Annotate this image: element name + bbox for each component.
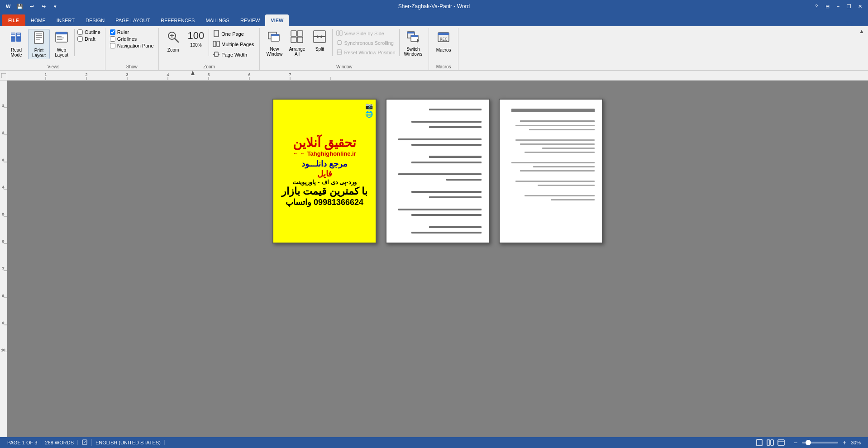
outline-check[interactable]: Outline: [76, 29, 101, 35]
switch-windows-btn[interactable]: SwitchWindows: [401, 29, 425, 57]
p3-l5: [520, 143, 595, 145]
svg-rect-100: [767, 440, 770, 445]
proofing-icon[interactable]: ✓: [78, 439, 92, 446]
zoom-slider-thumb[interactable]: [806, 440, 811, 445]
tab-page-layout[interactable]: PAGE LAYOUT: [110, 14, 155, 26]
help-btn[interactable]: ?: [812, 2, 821, 11]
window-title: Sher-Zaghak-Va-Panir - Word: [398, 3, 470, 10]
title-bar-controls: ? ⊟ − ❐ ✕: [812, 2, 864, 11]
zoom-slider[interactable]: [802, 442, 838, 443]
ribbon: ReadMode PrintLayout WebLayout Outline: [0, 26, 868, 71]
tab-design[interactable]: DESIGN: [80, 14, 110, 26]
print-layout-status-btn[interactable]: [755, 438, 764, 447]
ribbon-display-options[interactable]: ⊟: [823, 2, 832, 11]
svg-rect-25: [214, 30, 219, 37]
restore-btn[interactable]: ❐: [844, 2, 854, 11]
tab-review[interactable]: REVIEW: [235, 14, 265, 26]
draft-check[interactable]: Draft: [76, 36, 101, 42]
p3-l12: [538, 185, 595, 186]
zoom-out-btn[interactable]: −: [791, 438, 800, 447]
web-layout-btn[interactable]: WebLayout: [51, 29, 72, 58]
page1-content: 📷 🌐 تحقیق آنلاین ← ← Tahghighonline.ir م…: [273, 100, 376, 243]
zoom-group-content: Zoom 100 100% One Page Multiple: [162, 28, 256, 64]
ruler-checkbox[interactable]: [110, 29, 115, 35]
document-area: 1 2 3 4 5 6 7 8 9 10 📷 🌐 تحقیق: [0, 81, 868, 437]
svg-rect-57: [438, 34, 449, 35]
page1-subtitle: مرجع دانلـــود: [301, 159, 348, 169]
svg-text:4: 4: [2, 185, 5, 189]
p3-gap2: [507, 156, 595, 159]
svg-rect-36: [291, 31, 296, 36]
minimize-btn[interactable]: −: [834, 2, 843, 11]
nav-pane-checkbox[interactable]: [110, 43, 115, 48]
view-side-by-side-btn[interactable]: View Side by Side: [334, 29, 397, 38]
p3-l8: [511, 162, 595, 163]
nav-pane-check[interactable]: Navigation Pane: [109, 43, 155, 49]
collapse-ribbon-btn[interactable]: ▲: [859, 28, 864, 34]
tab-home[interactable]: HOME: [25, 14, 51, 26]
svg-rect-47: [340, 31, 342, 35]
zoom-percent-label: 30%: [851, 440, 864, 445]
sign-in-btn[interactable]: Sign in: [841, 20, 868, 26]
ruler-check[interactable]: Ruler: [109, 29, 155, 35]
sync-scroll-btn[interactable]: Synchronous Scrolling: [334, 38, 397, 48]
reset-window-label: Reset Window Position: [344, 50, 395, 55]
macros-btn[interactable]: REC Macros: [433, 29, 454, 53]
zoom-btn[interactable]: Zoom: [162, 29, 184, 53]
gridlines-checkbox[interactable]: [110, 36, 115, 42]
window-sep: [332, 29, 333, 56]
undo-qat-btn[interactable]: ↩: [27, 2, 36, 11]
zoom-in-btn[interactable]: +: [840, 438, 849, 447]
full-reading-status-btn[interactable]: [766, 438, 775, 447]
svg-rect-17: [56, 33, 67, 34]
svg-text:6: 6: [2, 239, 5, 243]
svg-text:W: W: [6, 4, 11, 9]
close-btn[interactable]: ✕: [855, 2, 864, 11]
tab-file[interactable]: FILE: [2, 14, 25, 26]
macros-group-label: Macros: [436, 64, 451, 70]
tab-insert[interactable]: INSERT: [51, 14, 80, 26]
tab-references[interactable]: REFERENCES: [155, 14, 200, 26]
language[interactable]: ENGLISH (UNITED STATES): [92, 440, 165, 445]
ruler-corner: [0, 71, 7, 80]
page2-line12: [398, 209, 482, 210]
macros-icon: REC: [436, 30, 451, 47]
page-width-btn[interactable]: Page Width: [211, 50, 256, 60]
web-layout-status-btn[interactable]: [777, 438, 786, 447]
svg-rect-37: [297, 31, 303, 36]
multiple-pages-btn[interactable]: Multiple Pages: [211, 39, 256, 49]
draft-checkbox[interactable]: [77, 36, 83, 42]
one-page-btn[interactable]: One Page: [211, 29, 256, 39]
customize-qat-btn[interactable]: ▾: [51, 2, 60, 11]
new-window-label: NewWindow: [267, 47, 283, 57]
social-icon2: 🌐: [365, 110, 373, 118]
svg-rect-9: [17, 37, 20, 37]
reset-window-btn[interactable]: Reset Window Position: [334, 48, 397, 57]
zoom100-btn[interactable]: 100 100%: [185, 29, 207, 48]
show-label: Show: [126, 64, 138, 70]
window-group-content: NewWindow ArrangeAll Split: [263, 28, 425, 64]
p3-title: [511, 109, 595, 112]
read-mode-btn[interactable]: ReadMode: [5, 29, 27, 58]
page-info: PAGE 1 OF 3: [4, 440, 41, 445]
switch-windows-label: SwitchWindows: [404, 47, 423, 57]
zoom-icon: [166, 30, 181, 47]
print-layout-btn[interactable]: PrintLayout: [28, 29, 50, 59]
svg-text:REC: REC: [440, 37, 447, 42]
tab-mailings[interactable]: MAILINGS: [200, 14, 235, 26]
save-qat-btn[interactable]: 💾: [15, 2, 24, 11]
redo-qat-btn[interactable]: ↪: [39, 2, 48, 11]
new-window-btn[interactable]: NewWindow: [263, 29, 285, 57]
svg-rect-26: [213, 41, 216, 47]
arrange-all-label: ArrangeAll: [289, 47, 305, 57]
outline-checkbox[interactable]: [77, 29, 83, 35]
tab-view[interactable]: VIEW: [265, 14, 289, 26]
arrange-all-btn[interactable]: ArrangeAll: [286, 29, 308, 57]
svg-text:✓: ✓: [83, 440, 86, 444]
one-page-label: One Page: [221, 31, 244, 37]
p3-l7: [525, 152, 595, 153]
svg-rect-8: [11, 37, 15, 37]
split-btn[interactable]: Split: [309, 29, 330, 52]
sync-scroll-icon: [336, 39, 343, 47]
gridlines-check[interactable]: Gridlines: [109, 36, 155, 42]
